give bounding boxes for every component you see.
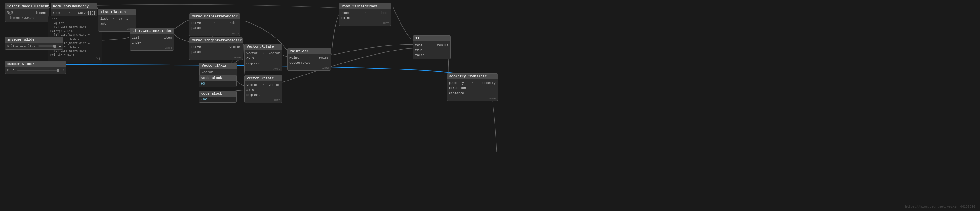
rir-bool-out: bool xyxy=(382,11,389,15)
vr1-vector-in: Vector xyxy=(247,52,258,55)
select-port-label: 选择 xyxy=(7,11,13,15)
cpp-curve-in: curve xyxy=(191,21,201,25)
element-port-label: Element xyxy=(33,11,47,15)
integer-slider-val2: 1 xyxy=(59,44,61,48)
cpp-point-out: Point xyxy=(229,21,238,25)
list-preview-line3: [0] Line(StartPoint = Point(X = 5148.. xyxy=(50,25,100,33)
list-preview-line2: ↳@list xyxy=(50,21,100,25)
vr1-vector-out: Vector xyxy=(269,52,280,55)
vr1-axis-in: axis xyxy=(247,57,254,60)
curve-point-at-param-node: Curve.PointAtParameter curve › Point par… xyxy=(189,13,240,36)
ctp-header: Curve.TangentAtParameter xyxy=(189,38,243,43)
element-value: Element：336282 xyxy=(5,16,49,21)
cpp-header: Curve.PointAtParameter xyxy=(189,14,240,19)
pa-vectortoadd-in: vectorToAdd xyxy=(290,61,310,65)
lgi-footer: AUTO xyxy=(130,46,173,50)
vector-rotate2-node: Vector.Rotate Vector › Vector axis degre… xyxy=(244,75,282,103)
vector-rotate1-node: Vector.Rotate Vector › Vector axis degre… xyxy=(244,44,282,71)
ctp-param-in: param xyxy=(191,51,201,54)
number-slider-thumb xyxy=(57,69,59,72)
list-flatten-header: List.Flatten xyxy=(99,9,136,15)
rir-point-in: Point xyxy=(341,16,351,20)
select-model-element-node: Select Model Element 选择 Element Element：… xyxy=(5,3,49,22)
cb90-header: Code Block xyxy=(199,75,236,81)
lf-amt-in: amt xyxy=(100,22,106,25)
number-slider-value: 25 xyxy=(10,68,14,72)
integer-slider-thumb xyxy=(54,44,56,48)
if-test-in: test xyxy=(415,44,423,47)
ctp-footer: AUTO xyxy=(189,56,243,60)
if-result-out: result xyxy=(437,44,449,47)
lgi-list-in: list xyxy=(132,36,140,40)
code-block-90-node: Code Block 90; xyxy=(199,75,237,87)
vr1-footer: AUTO xyxy=(245,67,282,71)
cbm90-header: Code Block xyxy=(199,91,236,97)
number-slider-node: Number Slider ⊙ 25 › xyxy=(5,61,67,74)
integer-slider-body: ⊙ (1,1,1,2 (1,1 1 xyxy=(7,44,61,48)
lgi-index-in: index xyxy=(132,41,142,44)
ctp-vector-out: Vector xyxy=(229,46,241,49)
vr2-header: Vector.Rotate xyxy=(245,76,282,81)
pa-point-in: Point xyxy=(290,56,299,60)
room-isinside-node: Room.IsInsideRoom room › bool Point AUTO xyxy=(339,3,391,26)
if-node: If test › result true false xyxy=(413,35,451,59)
watermark: https://blog.csdn.net/weixin_44153630 xyxy=(905,205,975,208)
gt-geometry-out: Geometry xyxy=(480,81,496,85)
list-get-item-header: List.GetItemAtIndex xyxy=(130,28,173,34)
curve-tangent-at-param-node: Curve.TangentAtParameter curve › Vector … xyxy=(189,37,243,60)
select-model-element-header: Select Model Element xyxy=(5,3,49,9)
vr1-header: Vector.Rotate xyxy=(245,44,282,49)
vz-vector-out: Vector xyxy=(202,71,213,74)
cb90-body[interactable]: 90; xyxy=(199,81,236,87)
lf-list-in: list xyxy=(100,17,108,21)
vr2-vector-in: Vector xyxy=(247,83,258,87)
cbm90-body[interactable]: -90; xyxy=(199,97,236,102)
if-true-in: true xyxy=(415,49,423,52)
pa-header: Point.Add xyxy=(288,48,331,54)
geometry-translate-node: Geometry.Translate geometry › Geometry d… xyxy=(447,73,498,101)
list-preview-line1: List xyxy=(50,17,100,21)
list-get-item-node: List.GetItemAtIndex list › item index AU… xyxy=(130,28,174,51)
number-slider-arrow: › xyxy=(62,68,64,72)
cpp-param-in: param xyxy=(191,27,201,30)
point-add-node: Point.Add Point › Point vectorToAdd AUTO xyxy=(287,48,331,71)
vr2-axis-in: axis xyxy=(247,89,254,92)
integer-slider-track[interactable] xyxy=(38,46,56,47)
vr2-degrees-in: degrees xyxy=(247,94,260,97)
rir-room-in: room xyxy=(341,11,349,15)
if-header: If xyxy=(413,36,450,41)
lgi-item-out: item xyxy=(164,36,172,40)
rcb-curve-out: Curve[][] xyxy=(78,11,95,15)
rir-footer: AUTO xyxy=(339,22,391,25)
vz-header: Vector.ZAxis xyxy=(200,63,237,68)
code-block-m90-node: Code Block -90; xyxy=(199,90,237,103)
pa-point-out: Point xyxy=(319,56,329,60)
list-preview-count: {4} xyxy=(50,57,100,61)
integer-slider-header: Integer Slider xyxy=(5,37,63,43)
gt-header: Geometry.Translate xyxy=(447,74,498,79)
gt-footer: AUTO xyxy=(447,97,498,101)
number-slider-track[interactable] xyxy=(18,70,59,71)
integer-slider-node: Integer Slider ⊙ (1,1,1,2 (1,1 1 xyxy=(5,36,63,49)
number-slider-toggle[interactable]: ⊙ xyxy=(7,68,9,73)
vr2-footer: AUTO xyxy=(245,99,282,103)
number-slider-body: ⊙ 25 › xyxy=(5,67,66,74)
gt-geometry-in: geometry xyxy=(449,81,464,85)
vr2-vector-out: Vector xyxy=(269,83,280,87)
integer-slider-val1: (1,1,1,2 (1,1 xyxy=(10,44,35,48)
list-preview-line6: [3] Line(StartPoint = Point(X = 5148.. xyxy=(50,49,100,57)
ctp-curve-in: curve xyxy=(191,46,201,49)
cpp-footer: AUTO xyxy=(189,32,240,36)
rir-header: Room.IsInsideRoom xyxy=(339,3,391,9)
pa-footer: AUTO xyxy=(288,67,331,70)
gt-distance-in: distance xyxy=(449,92,464,95)
gt-direction-in: direction xyxy=(449,87,466,90)
integer-slider-toggle[interactable]: ⊙ xyxy=(7,44,9,48)
if-false-in: false xyxy=(415,54,425,57)
room-core-boundary-header: Room.CoreBoundary xyxy=(51,3,97,9)
vr1-degrees-in: degrees xyxy=(247,62,260,65)
rcb-room-in: room xyxy=(53,11,60,15)
lf-var-out: var[1..] xyxy=(119,17,134,21)
number-slider-header: Number Slider xyxy=(5,61,66,67)
